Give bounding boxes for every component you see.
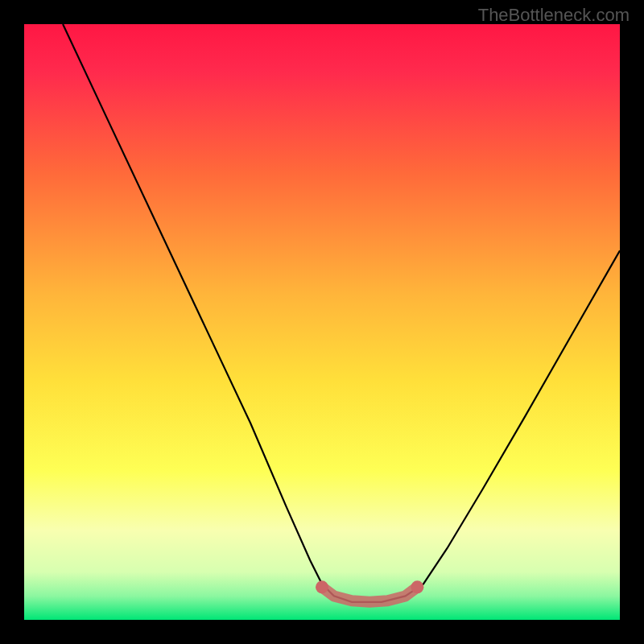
- watermark-text: TheBottleneck.com: [478, 5, 630, 26]
- plot-area: [24, 24, 620, 620]
- optimal-range-endpoint: [316, 580, 328, 593]
- optimal-range-endpoint: [411, 580, 423, 593]
- chart-svg: [24, 24, 620, 620]
- gradient-background: [24, 24, 620, 620]
- chart-root: TheBottleneck.com: [0, 0, 644, 644]
